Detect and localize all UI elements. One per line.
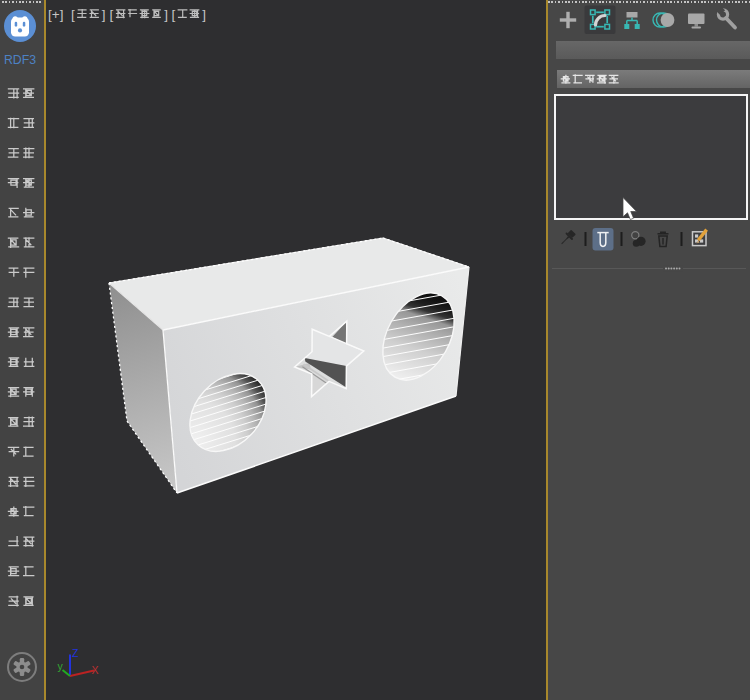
svg-text:Z: Z	[72, 647, 79, 659]
svg-text:]: ]	[102, 7, 106, 22]
svg-text:]: ]	[164, 7, 168, 22]
svg-text:y: y	[58, 660, 64, 672]
svg-text:[: [	[110, 7, 114, 22]
svg-text:[: [	[71, 7, 75, 22]
svg-text:X: X	[92, 664, 99, 676]
svg-text:[: [	[172, 7, 176, 22]
svg-text:]: ]	[202, 7, 206, 22]
svg-text:RDF3: RDF3	[4, 53, 36, 67]
svg-text:[+]: [+]	[48, 7, 63, 22]
